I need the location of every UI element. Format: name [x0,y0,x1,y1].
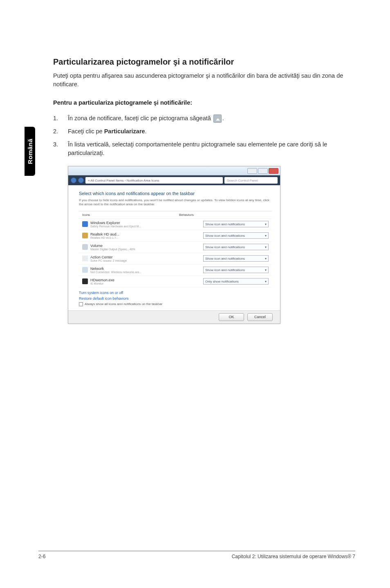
panel-links: Turn system icons on or off Restore defa… [79,291,272,301]
step-text: În lista verticală, selectaţi comportame… [68,140,356,158]
app-icon [82,267,88,273]
window-titlebar [68,166,280,175]
table-row: Action CenterSolve PC issues: 2 messageS… [79,253,272,265]
col-icons: Icons [82,213,179,217]
back-button[interactable] [71,177,76,183]
link-restore-defaults[interactable]: Restore default icon behaviors [79,296,272,301]
behavior-select[interactable]: Show icon and notifications [203,244,269,250]
link-system-icons[interactable]: Turn system icons on or off [79,291,272,295]
row-title: HDwemon.exe [90,278,203,282]
panel-description: If you choose to hide icons and notifica… [79,198,272,207]
row-title: Network [90,267,203,271]
row-title: Volume [90,244,203,248]
maximize-button[interactable] [258,168,268,174]
window-footer: OK Cancel [68,310,280,323]
search-placeholder: Search Control Panel [227,179,258,182]
step-text: Faceţi clic pe Particularizare. [68,127,356,136]
row-subtitle: Not Connected. Wireless networks are... [90,271,203,274]
page-footer: 2-6 Capitolul 2: Utilizarea sistemului d… [38,551,355,559]
step-number: 2. [53,127,68,136]
behavior-select[interactable]: Show icon and notifications [203,267,269,273]
row-info: NetworkNot Connected. Wireless networks … [90,267,203,274]
table-header: Icons Behaviors [79,211,272,219]
language-side-tab: Română [25,127,35,176]
window-body: Select which icons and notifications app… [68,185,280,310]
minimize-button[interactable] [247,168,257,174]
table-row: Windows ExplorerSafely Remove Hardware a… [79,219,272,230]
app-icon [82,256,88,261]
arrow-up-icon [213,114,222,123]
behavior-select[interactable]: Show icon and notifications [203,232,269,239]
panel-heading: Select which icons and notifications app… [79,191,272,196]
row-info: Realtek HD aud...Realtek HD v6.0.1.7... [90,232,203,239]
close-button[interactable] [269,168,278,174]
row-title: Action Center [90,255,203,259]
step-text: În zona de notificare, faceţi clic pe pi… [68,114,356,123]
row-subtitle: Master Digital Output (Speec...48% [90,248,203,251]
always-show-label: Always show all icons and notifications … [85,302,162,306]
row-title: Windows Explorer [90,221,203,225]
row-info: VolumeMaster Digital Output (Speec...48% [90,244,203,251]
ok-button[interactable]: OK [219,313,244,321]
page-content: Particularizarea pictogramelor şi a noti… [53,57,356,324]
select-value: Show icon and notifications [205,234,245,238]
behavior-select[interactable]: Show icon and notifications [203,221,269,227]
row-subtitle: Realtek HD v6.0.1.7... [90,236,203,239]
behavior-select[interactable]: Show icon and notifications [203,255,269,262]
behavior-select[interactable]: Only show notifications [203,278,269,285]
select-value: Show icon and notifications [205,268,245,272]
screenshot-window: « All Control Panel Items › Notification… [68,166,280,324]
always-show-checkbox-row: Always show all icons and notifications … [79,302,272,306]
step: 1.În zona de notificare, faceţi clic pe … [53,114,356,123]
row-info: Action CenterSolve PC issues: 2 message [90,255,203,262]
language-label: Română [27,139,34,164]
steps-title: Pentru a particulariza pictogramele şi n… [53,99,356,106]
col-behaviors: Behaviors [179,213,269,217]
select-value: Show icon and notifications [205,257,245,260]
row-subtitle: Solve PC issues: 2 message [90,259,203,262]
step: 2.Faceţi clic pe Particularizare. [53,127,356,136]
icons-table: Icons Behaviors Windows ExplorerSafely R… [79,211,272,287]
row-info: Windows ExplorerSafely Remove Hardware a… [90,221,203,228]
cancel-button[interactable]: Cancel [247,313,273,321]
step: 3.În lista verticală, selectaţi comporta… [53,140,356,158]
section-heading: Particularizarea pictogramelor şi a noti… [53,57,356,67]
intro-text: Puteţi opta pentru afişarea sau ascunder… [53,72,356,89]
app-icon [82,278,88,284]
row-subtitle: Safely Remove Hardware and Eject M... [90,225,203,228]
table-row: Realtek HD aud...Realtek HD v6.0.1.7...S… [79,230,272,242]
app-icon [82,221,88,227]
address-bar[interactable]: « All Control Panel Items › Notification… [85,177,223,184]
address-bar-area: « All Control Panel Items › Notification… [68,175,280,185]
always-show-checkbox[interactable] [79,302,83,306]
app-icon [82,244,88,250]
select-value: Show icon and notifications [205,245,245,249]
step-number: 1. [53,114,68,123]
chapter-title: Capitolul 2: Utilizarea sistemului de op… [232,554,355,559]
table-row: NetworkNot Connected. Wireless networks … [79,265,272,276]
forward-button[interactable] [78,177,84,183]
select-value: Only show notifications [205,280,239,283]
step-number: 3. [53,140,68,158]
table-row: HDwemon.exeIE MonitorOnly show notificat… [79,276,272,287]
step-bold: Particularizare [104,128,145,135]
address-text: « All Control Panel Items › Notification… [88,179,159,182]
select-value: Show icon and notifications [205,222,245,226]
app-icon [82,233,88,238]
table-row: VolumeMaster Digital Output (Speec...48%… [79,242,272,253]
row-subtitle: IE Monitor [90,282,203,285]
page-number: 2-6 [38,554,45,559]
row-info: HDwemon.exeIE Monitor [90,278,203,285]
row-title: Realtek HD aud... [90,232,203,236]
search-input[interactable]: Search Control Panel [224,177,278,184]
